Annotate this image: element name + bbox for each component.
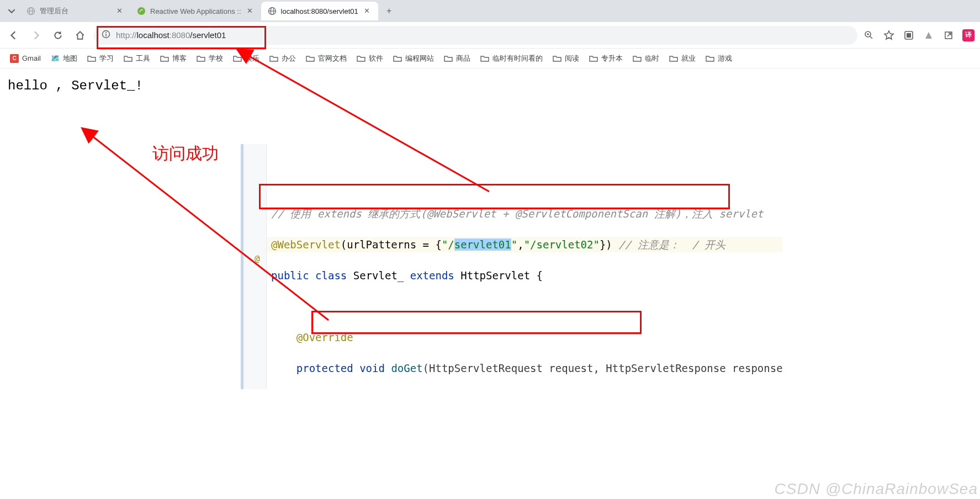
bookmark-label: 办公: [282, 54, 296, 63]
svg-rect-9: [105, 34, 106, 36]
zoom-icon[interactable]: [863, 29, 875, 41]
bookmark-label: 商品: [456, 54, 470, 63]
folder-icon: [269, 54, 278, 63]
new-tab-button[interactable]: +: [382, 3, 397, 19]
bookmark-study[interactable]: 学习: [84, 51, 117, 66]
tab-reactive[interactable]: Reactive Web Applications :: ✕: [130, 2, 261, 20]
home-button[interactable]: [72, 27, 88, 44]
bookmark-label: 软件: [369, 54, 383, 63]
code-editor[interactable]: // 使用 extends 继承的方式(@WebServlet + @Servl…: [267, 144, 782, 389]
svg-rect-15: [907, 33, 911, 38]
toolbar-right: 译: [863, 29, 974, 41]
folder-icon: [357, 54, 365, 63]
close-icon[interactable]: ✕: [115, 7, 124, 15]
close-icon[interactable]: ✕: [363, 7, 372, 15]
reload-button[interactable]: [50, 27, 66, 44]
browser-tab-bar: 管理后台 ✕ Reactive Web Applications :: ✕ lo…: [0, 0, 980, 22]
bookmark-label: 学校: [209, 54, 223, 63]
tab-list-menu[interactable]: [3, 3, 20, 19]
open-external-icon[interactable]: [942, 29, 955, 41]
svg-point-3: [137, 7, 145, 15]
bookmark-gmail[interactable]: CGmail: [7, 52, 44, 65]
bookmark-label: 阅读: [565, 54, 579, 63]
toolbar: http://localhost:8080/servlet01 译: [0, 22, 980, 49]
folder-icon: [633, 54, 642, 63]
bookmark-label: 临时: [645, 54, 659, 63]
bookmark-job[interactable]: 就业: [666, 51, 699, 66]
tab-title: Reactive Web Applications ::: [150, 7, 241, 15]
bookmark-read[interactable]: 阅读: [549, 51, 582, 66]
folder-icon: [124, 54, 133, 63]
spring-icon: [137, 7, 146, 15]
bookmarks-bar: CGmail 🗺️地图 学习 工具 博客 学校 娱乐 办公 官网文档 软件 编程…: [0, 49, 980, 68]
folder-icon: [444, 54, 453, 63]
folder-icon: [393, 54, 402, 63]
bookmark-label: 就业: [681, 54, 696, 63]
bookmark-label: Gmail: [22, 54, 41, 62]
translate-extension-icon[interactable]: 译: [962, 29, 974, 41]
bookmark-blog[interactable]: 博客: [157, 51, 190, 66]
bookmark-zsb[interactable]: 专升本: [586, 51, 626, 66]
bookmark-star-icon[interactable]: [883, 29, 895, 41]
bookmark-label: 编程网站: [405, 54, 434, 63]
folder-icon: [306, 54, 315, 63]
bookmark-office[interactable]: 办公: [266, 51, 299, 66]
folder-icon: [589, 54, 598, 63]
bookmark-temp[interactable]: 临时: [629, 51, 663, 66]
bookmark-label: 临时有时间看的: [492, 54, 543, 63]
bookmark-goods[interactable]: 商品: [441, 51, 474, 66]
folder-icon: [197, 54, 205, 63]
tab-title: localhost:8080/servlet01: [281, 7, 358, 15]
bookmark-game[interactable]: 游戏: [702, 51, 735, 66]
folder-icon: [553, 54, 561, 63]
bookmark-coding[interactable]: 编程网站: [390, 51, 437, 66]
tab-admin[interactable]: 管理后台 ✕: [20, 2, 130, 20]
map-icon: 🗺️: [51, 54, 60, 63]
folder-icon: [669, 54, 678, 63]
globe-icon: [268, 7, 277, 15]
tab-title: 管理后台: [40, 6, 110, 16]
bookmark-label: 博客: [172, 54, 187, 63]
bookmark-label: 游戏: [718, 54, 732, 63]
folder-icon: [233, 54, 242, 63]
code-gutter: @: [243, 144, 267, 389]
extension-a-icon[interactable]: [903, 29, 915, 41]
url-text: http://localhost:8080/servlet01: [116, 30, 850, 40]
tab-servlet01[interactable]: localhost:8080/servlet01 ✕: [261, 2, 378, 20]
bookmark-label: 工具: [136, 54, 150, 63]
bookmark-label: 地图: [63, 54, 77, 63]
folder-icon: [706, 54, 714, 63]
bookmark-software[interactable]: 软件: [353, 51, 386, 66]
back-button[interactable]: [6, 27, 22, 44]
bookmark-label: 官网文档: [318, 54, 347, 63]
gutter-annotation-icon: @: [255, 253, 260, 264]
bookmark-tempread[interactable]: 临时有时间看的: [477, 51, 546, 66]
forward-button[interactable]: [28, 27, 44, 44]
bookmark-tools[interactable]: 工具: [120, 51, 153, 66]
bookmark-label: 学习: [99, 54, 114, 63]
svg-point-8: [105, 32, 107, 33]
watermark: CSDN @ChinaRainbowSea: [775, 480, 978, 498]
address-bar[interactable]: http://localhost:8080/servlet01: [94, 26, 857, 45]
bookmark-label: 专升本: [601, 54, 623, 63]
svg-line-11: [870, 36, 872, 39]
annotation-success-label: 访问成功: [152, 142, 219, 165]
extension-b-icon[interactable]: [923, 29, 935, 41]
folder-icon: [480, 54, 489, 63]
gmail-icon: C: [10, 54, 19, 63]
page-text: hello , Servlet_!: [8, 78, 143, 93]
site-info-icon[interactable]: [102, 30, 110, 40]
close-icon[interactable]: ✕: [246, 7, 255, 15]
folder-icon: [160, 54, 169, 63]
globe-icon: [27, 7, 35, 15]
bookmark-map[interactable]: 🗺️地图: [47, 51, 81, 66]
bookmark-school[interactable]: 学校: [193, 51, 226, 66]
folder-icon: [87, 54, 96, 63]
bookmark-label: 娱乐: [245, 54, 259, 63]
page-content: hello , Servlet_!: [0, 68, 980, 103]
bookmark-docs[interactable]: 官网文档: [303, 51, 350, 66]
bookmark-ent[interactable]: 娱乐: [230, 51, 263, 66]
